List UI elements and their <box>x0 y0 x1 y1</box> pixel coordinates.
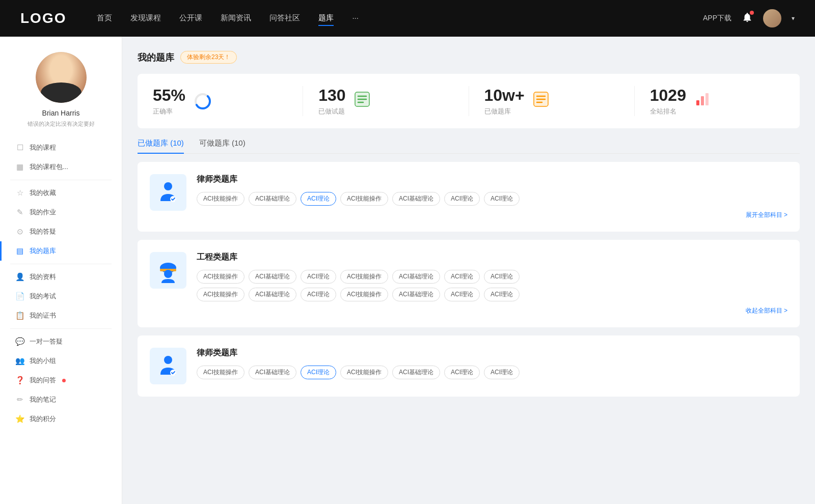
sidebar-label: 我的小组 <box>30 356 56 366</box>
tag[interactable]: ACI技能操作 <box>197 288 244 301</box>
sidebar-item-questions[interactable]: ⊙ 我的答疑 <box>0 222 122 241</box>
bell-button[interactable] <box>742 12 753 25</box>
tag[interactable]: ACI技能操作 <box>197 366 244 379</box>
sidebar-item-notes[interactable]: ✏ 我的笔记 <box>0 390 122 409</box>
donut-chart-icon <box>194 92 212 110</box>
tag[interactable]: ACI理论 <box>301 270 336 284</box>
sidebar-item-group[interactable]: 👥 我的小组 <box>0 351 122 371</box>
qbank-body: 工程类题库 ACI技能操作 ACI基础理论 ACI理论 ACI技能操作 ACI基… <box>197 252 787 315</box>
sidebar-item-qbank[interactable]: ▤ 我的题库 <box>0 241 122 261</box>
lawyer-icon-wrap-2 <box>150 348 186 384</box>
points-icon: ⭐ <box>15 414 24 424</box>
tag[interactable]: ACI技能操作 <box>340 366 388 379</box>
qbank-tags-3: ACI技能操作 ACI基础理论 ACI理论 ACI技能操作 ACI基础理论 AC… <box>197 366 787 379</box>
sidebar-item-1on1[interactable]: 💬 一对一答疑 <box>0 332 122 351</box>
done-q-value: 130 <box>318 86 345 105</box>
sidebar-label: 我的笔记 <box>30 395 56 404</box>
tag[interactable]: ACI理论 <box>301 288 336 301</box>
sidebar-label: 我的作业 <box>30 208 56 217</box>
svg-point-19 <box>164 270 172 278</box>
tag[interactable]: ACI理论 <box>484 366 520 379</box>
tag[interactable]: ACI基础理论 <box>249 270 296 284</box>
tag[interactable]: ACI基础理论 <box>249 366 296 379</box>
qa-icon: ❓ <box>15 376 24 385</box>
logo[interactable]: LOGO <box>20 10 66 26</box>
sidebar-label: 我的积分 <box>30 414 56 424</box>
done-b-value: 10w+ <box>484 86 525 105</box>
chevron-down-icon[interactable]: ▾ <box>792 15 795 22</box>
qbank-header: 工程类题库 ACI技能操作 ACI基础理论 ACI理论 ACI技能操作 ACI基… <box>150 252 787 315</box>
tag[interactable]: ACI理论 <box>484 192 520 206</box>
tag[interactable]: ACI基础理论 <box>392 270 440 284</box>
qbank-card-engineer: 工程类题库 ACI技能操作 ACI基础理论 ACI理论 ACI技能操作 ACI基… <box>138 240 800 327</box>
tag-active[interactable]: ACI理论 <box>301 366 336 379</box>
nav-news[interactable]: 新闻资讯 <box>221 11 251 26</box>
nav-more[interactable]: ··· <box>352 11 359 26</box>
divider <box>10 264 112 264</box>
tag[interactable]: ACI技能操作 <box>197 192 244 206</box>
svg-point-15 <box>164 182 172 190</box>
tag[interactable]: ACI理论 <box>444 288 480 301</box>
avatar[interactable] <box>763 9 781 27</box>
tag[interactable]: ACI技能操作 <box>340 270 388 284</box>
tag[interactable]: ACI基础理论 <box>392 288 440 301</box>
svg-rect-12 <box>696 100 699 105</box>
package-icon: ▦ <box>15 162 24 172</box>
rank-text-wrap: 1029 全站排名 <box>650 86 686 116</box>
tag[interactable]: ACI技能操作 <box>340 192 388 206</box>
sidebar-label: 我的证书 <box>30 311 56 320</box>
homework-icon: ✎ <box>15 208 24 217</box>
nav-home[interactable]: 首页 <box>97 11 112 26</box>
sidebar-item-favorites[interactable]: ☆ 我的收藏 <box>0 183 122 203</box>
expand-link[interactable]: 展开全部科目 > <box>197 211 787 219</box>
qbank-header: 律师类题库 ACI技能操作 ACI基础理论 ACI理论 ACI技能操作 ACI基… <box>150 348 787 384</box>
tag[interactable]: ACI理论 <box>444 366 480 379</box>
sidebar-item-homework[interactable]: ✎ 我的作业 <box>0 203 122 222</box>
sidebar-item-points[interactable]: ⭐ 我的积分 <box>0 409 122 429</box>
stat-accuracy: 55% 正确率 <box>138 86 303 116</box>
sidebar-item-exam[interactable]: 📄 我的考试 <box>0 287 122 306</box>
accuracy-value: 55% <box>153 86 185 105</box>
tag[interactable]: ACI理论 <box>444 192 480 206</box>
qbank-tags: ACI技能操作 ACI基础理论 ACI理论 ACI技能操作 ACI基础理论 AC… <box>197 192 787 206</box>
sidebar-item-certificate[interactable]: 📋 我的证书 <box>0 306 122 325</box>
nav-open-course[interactable]: 公开课 <box>179 11 202 26</box>
qbank-icon: ▤ <box>15 246 24 256</box>
qbank-title: 律师类题库 <box>197 174 787 185</box>
sidebar-item-course-package[interactable]: ▦ 我的课程包... <box>0 157 122 177</box>
tag[interactable]: ACI技能操作 <box>340 288 388 301</box>
tab-available[interactable]: 可做题库 (10) <box>199 138 246 153</box>
list-green-icon <box>354 91 370 111</box>
done-b-text-wrap: 10w+ 已做题库 <box>484 86 525 116</box>
stat-rank: 1029 全站排名 <box>635 86 800 116</box>
tag[interactable]: ACI基础理论 <box>392 192 440 206</box>
profile-icon: 👤 <box>15 272 24 282</box>
tag[interactable]: ACI基础理论 <box>249 192 296 206</box>
tag[interactable]: ACI理论 <box>484 288 520 301</box>
sidebar-item-qa[interactable]: ❓ 我的问答 <box>0 371 122 390</box>
nav-discover[interactable]: 发现课程 <box>130 11 161 26</box>
sidebar-item-profile[interactable]: 👤 我的资料 <box>0 267 122 287</box>
tab-done[interactable]: 已做题库 (10) <box>138 138 184 153</box>
tag[interactable]: ACI理论 <box>484 270 520 284</box>
notification-dot <box>750 11 754 15</box>
app-download[interactable]: APP下载 <box>703 14 731 23</box>
nav-qbank[interactable]: 题库 <box>318 11 334 26</box>
qa-dot <box>62 379 66 382</box>
engineer-icon-wrap <box>150 252 186 289</box>
tag[interactable]: ACI基础理论 <box>249 288 296 301</box>
star-icon: ☆ <box>15 188 24 198</box>
tag[interactable]: ACI技能操作 <box>197 270 244 284</box>
accuracy-text-wrap: 55% 正确率 <box>153 86 185 116</box>
lawyer-icon-wrap <box>150 174 186 211</box>
tag-active[interactable]: ACI理论 <box>301 192 336 206</box>
rank-label: 全站排名 <box>650 107 686 116</box>
svg-rect-14 <box>705 93 709 105</box>
sidebar-item-course[interactable]: ☐ 我的课程 <box>0 138 122 157</box>
user-avatar <box>36 52 87 103</box>
sidebar: Brian Harris 错误的决定比没有决定要好 ☐ 我的课程 ▦ 我的课程包… <box>0 37 122 504</box>
nav-qa[interactable]: 问答社区 <box>269 11 300 26</box>
tag[interactable]: ACI理论 <box>444 270 480 284</box>
collapse-link[interactable]: 收起全部科目 > <box>197 306 787 315</box>
tag[interactable]: ACI基础理论 <box>392 366 440 379</box>
